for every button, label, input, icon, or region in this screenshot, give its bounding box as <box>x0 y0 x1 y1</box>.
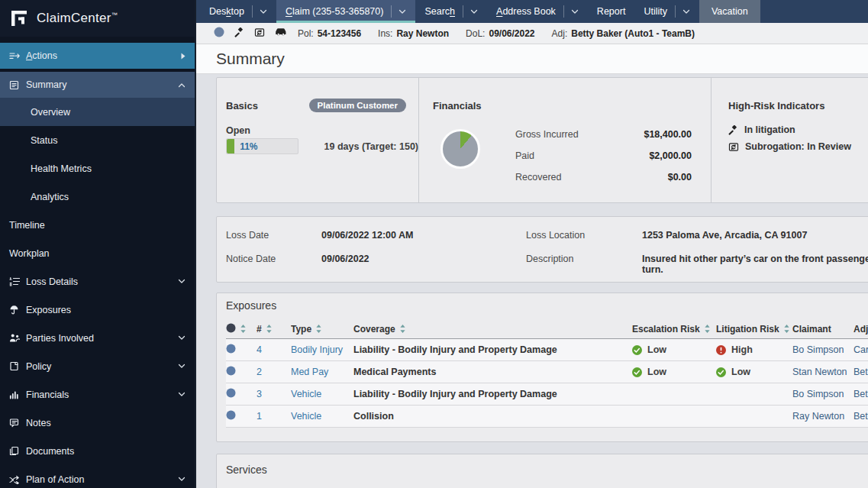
chevron-down-icon[interactable] <box>676 9 690 15</box>
open-metric-label: Open <box>226 125 418 136</box>
loss-details-icon <box>9 276 26 286</box>
nav-tab-report[interactable]: Report <box>588 0 635 23</box>
sidebar-item-notes[interactable]: Notes <box>0 409 195 437</box>
sort-icon[interactable] <box>400 325 405 333</box>
adjuster-link[interactable]: Bett <box>853 389 868 399</box>
adjuster-link[interactable]: Bett <box>853 367 868 377</box>
chevron-down-icon[interactable] <box>253 9 267 15</box>
column-header-bullet[interactable] <box>226 323 257 335</box>
high-risk-item-0: In litigation <box>728 124 868 135</box>
documents-icon <box>9 446 26 456</box>
sidebar-item-health-metrics[interactable]: Health Metrics <box>0 154 195 183</box>
column-header-coverage[interactable]: Coverage <box>353 324 632 334</box>
exposure-row-1[interactable]: 2 Med Pay Medical Payments Low Low Stan … <box>226 361 868 383</box>
adjuster-link[interactable]: Bett <box>853 411 868 422</box>
exposure-type-link[interactable]: Vehicle <box>291 389 321 399</box>
exposure-number-link[interactable]: 1 <box>257 411 262 422</box>
claim-field-label: Ins: <box>378 28 392 39</box>
subrogation-icon <box>254 27 265 40</box>
sort-icon[interactable] <box>784 325 789 333</box>
policy-icon <box>9 361 26 371</box>
sidebar-item-analytics[interactable]: Analytics <box>0 183 195 211</box>
sidebar-item-workplan[interactable]: Workplan <box>0 239 195 267</box>
claim-status-circle-icon <box>214 27 224 40</box>
column-header-type[interactable]: Type <box>291 324 353 334</box>
exposures-title: Exposures <box>226 299 868 312</box>
high-risk-items: In litigation Subrogation: In Review <box>728 124 868 152</box>
high-risk-section: High-Risk Indicators In litigation Subro… <box>711 78 868 202</box>
nav-tab-address-book[interactable]: Address Book <box>487 0 588 23</box>
column-header-escalation[interactable]: Escalation Risk <box>632 324 716 334</box>
exposure-row-3[interactable]: 1 Vehicle Collision Ray Newton Bett <box>226 406 868 428</box>
nav-tab-desktop[interactable]: Desktop <box>200 0 276 23</box>
loss-info-card: Loss Date 09/06/2022 12:00 AMLoss Locati… <box>216 216 868 283</box>
sidebar-item-overview[interactable]: Overview <box>0 98 195 126</box>
adjuster-link[interactable]: Carl <box>853 344 868 355</box>
chevron-down-icon[interactable] <box>463 9 478 15</box>
chevron-down-icon <box>178 279 186 284</box>
nav-tab-claim[interactable]: Claim (235-53-365870) <box>276 0 416 23</box>
sidebar-item-financials[interactable]: Financials <box>0 380 195 409</box>
exposure-coverage: Liability - Bodily Injury and Property D… <box>353 389 557 399</box>
sidebar-item-parties-involved[interactable]: Parties Involved <box>0 324 195 352</box>
sort-icon[interactable] <box>705 325 710 333</box>
column-header-claimant: Claimant <box>792 324 853 334</box>
claimant-link[interactable]: Stan Newton <box>792 367 847 377</box>
nav-tab-search[interactable]: Search <box>415 0 487 23</box>
claimant-link[interactable]: Bo Simpson <box>792 389 844 399</box>
circle-bullet-icon <box>226 410 236 422</box>
arrow-right-icon <box>181 53 186 60</box>
sort-icon[interactable] <box>316 325 321 333</box>
financial-row-2: Recovered $0.00 <box>515 172 692 183</box>
financial-value: $0.00 <box>668 172 692 183</box>
progress-percent: 11% <box>240 141 257 152</box>
basics-section: Basics Platinum Customer Open 11% 19 day… <box>217 78 418 202</box>
chevron-down-icon[interactable] <box>564 9 579 15</box>
nav-tab-utility[interactable]: Utility <box>634 0 699 23</box>
sidebar-item-timeline[interactable]: Timeline <box>0 211 195 239</box>
sort-icon[interactable] <box>266 325 272 333</box>
financial-value: $18,400.00 <box>644 129 692 140</box>
subrogation-icon <box>728 142 739 152</box>
summary-overview-card: Basics Platinum Customer Open 11% 19 day… <box>216 77 868 203</box>
claim-field-value: 54-123456 <box>318 28 361 39</box>
basics-title: Basics <box>226 100 258 111</box>
column-header-litigation[interactable]: Litigation Risk <box>716 324 792 334</box>
chevron-down-icon[interactable] <box>392 9 406 15</box>
exposure-type-link[interactable]: Bodily Injury <box>291 344 343 355</box>
sidebar-item-actions[interactable]: Actions <box>0 43 195 69</box>
exposure-row-2[interactable]: 3 Vehicle Liability - Bodily Injury and … <box>226 383 868 406</box>
exposure-number-link[interactable]: 2 <box>257 367 262 377</box>
exposure-number-link[interactable]: 4 <box>257 344 262 355</box>
claim-field-1: Ins: Ray Newton <box>378 28 449 39</box>
sidebar-item-status[interactable]: Status <box>0 126 195 154</box>
claim-status-icons <box>214 27 287 40</box>
litigation-gavel-icon <box>234 27 244 40</box>
sidebar-item-plan-of-action[interactable]: Plan of Action <box>0 465 195 488</box>
claim-info-bar: Pol: 54-123456 Ins: Ray Newton DoL: 09/0… <box>196 23 868 44</box>
exposure-type-link[interactable]: Med Pay <box>291 367 328 377</box>
nav-tab-vacation[interactable]: Vacation <box>699 0 760 23</box>
high-risk-label: Subrogation: In Review <box>745 141 851 152</box>
financials-icon <box>9 389 26 399</box>
exposure-type-link[interactable]: Vehicle <box>291 411 321 422</box>
column-header-num[interactable]: # <box>257 324 291 334</box>
column-header-adjuster: Adjuster <box>853 324 868 334</box>
nav-tab-utility-label: Utility <box>644 6 667 17</box>
claimcenter-app: ClaimCenter™ Actions Summary OverviewSta… <box>0 0 868 488</box>
days-target-text: 19 days (Target: 150) <box>324 141 418 152</box>
claim-field-3: Adj: Betty Baker (Auto1 - TeamB) <box>552 28 695 39</box>
sidebar-item-documents[interactable]: Documents <box>0 437 195 465</box>
trademark-symbol: ™ <box>111 11 118 18</box>
exposure-row-0[interactable]: 4 Bodily Injury Liability - Bodily Injur… <box>226 339 868 361</box>
summary-icon <box>9 80 26 90</box>
sidebar-item-loss-details[interactable]: Loss Details <box>0 267 195 296</box>
sidebar-item-exposures[interactable]: Exposures <box>0 296 195 324</box>
sidebar-item-summary[interactable]: Summary <box>0 72 195 98</box>
exposure-number-link[interactable]: 3 <box>257 389 262 399</box>
sidebar-item-policy[interactable]: Policy <box>0 352 195 380</box>
sort-icon[interactable] <box>240 325 246 333</box>
claimant-link[interactable]: Bo Simpson <box>792 344 844 355</box>
claimant-link[interactable]: Ray Newton <box>792 411 844 422</box>
loss-location-value: 1253 Paloma Ave, Arcadia, CA 91007 <box>642 230 868 241</box>
